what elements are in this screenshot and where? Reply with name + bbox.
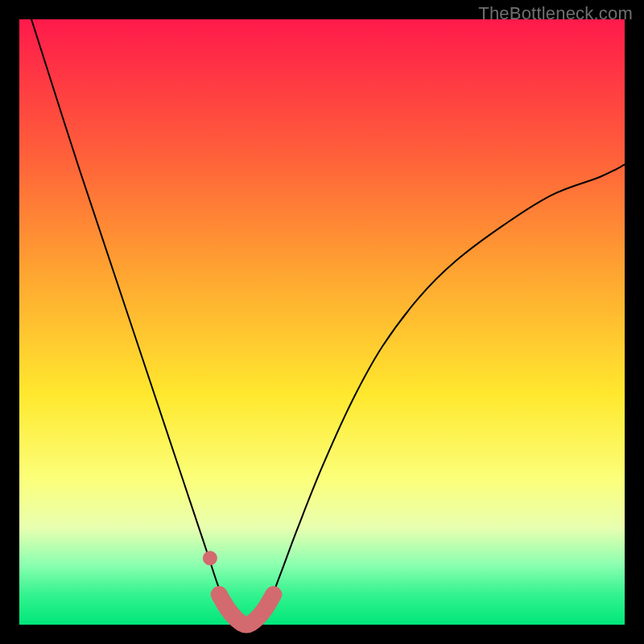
bottom-arc: [219, 594, 274, 625]
highlight-dot: [203, 551, 217, 565]
watermark: TheBottleneck.com: [478, 3, 633, 24]
chart-frame: [19, 19, 625, 625]
chart-svg: [19, 19, 625, 625]
bottleneck-curve: [31, 19, 625, 625]
